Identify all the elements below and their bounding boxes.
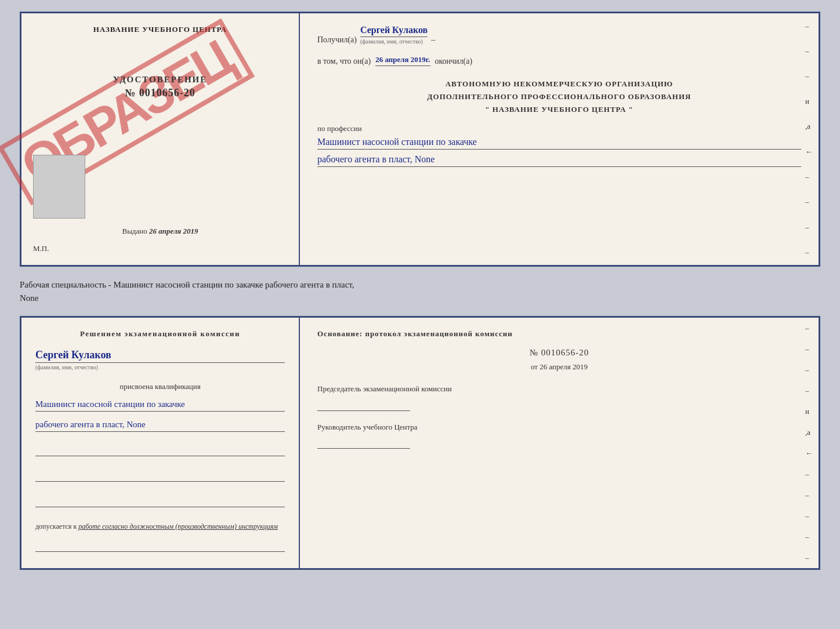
udost-label: УДОСТОВЕРЕНИЕ: [113, 75, 208, 85]
qual-line1: Машинист насосной станции по закачке: [35, 399, 285, 412]
resheniem-text: Решением экзаменационной комиссии: [35, 329, 285, 339]
udost-number: № 0010656-20: [113, 87, 208, 99]
blank-line4: [35, 540, 285, 552]
org-block: АВТОНОМНУЮ НЕКОММЕРЧЕСКУЮ ОРГАНИЗАЦИЮ ДО…: [317, 78, 801, 116]
prof-line2: рабочего агента в пласт, None: [317, 154, 801, 167]
school-name-top: НАЗВАНИЕ УЧЕБНОГО ЦЕНТРА: [93, 25, 227, 34]
top-right-panel: Получил(а) Сергей Кулаков (фамилия, имя,…: [300, 13, 819, 265]
org-line1: АВТОНОМНУЮ НЕКОММЕРЧЕСКУЮ ОРГАНИЗАЦИЮ: [317, 78, 801, 90]
po-professii: по профессии: [317, 124, 801, 133]
rukovoditel-signature: [317, 437, 410, 449]
document-container: НАЗВАНИЕ УЧЕБНОГО ЦЕНТРА ОБРАЗЕЦ УДОСТОВ…: [20, 12, 820, 570]
protokol-date: от 26 апреля 2019: [317, 362, 801, 372]
familiya-hint-bottom: (фамилия, имя, отчество): [35, 364, 285, 370]
bottom-left-panel: Решением экзаменационной комиссии Сергей…: [21, 318, 300, 568]
protokol-date-value: 26 апреля 2019: [540, 362, 588, 371]
osnovanie-title: Основание: протокол экзаменационной коми…: [317, 329, 801, 339]
bottom-right-panel: Основание: протокол экзаменационной коми…: [300, 318, 819, 568]
bottom-name-line: Сергей Кулаков (фамилия, имя, отчество): [35, 349, 285, 370]
org-line3: " НАЗВАНИЕ УЧЕБНОГО ЦЕНТРА ": [317, 103, 801, 116]
dopuskaetsya-label: допускается к: [35, 522, 77, 530]
dash-poluchil: –: [431, 35, 435, 45]
protokol-number: № 0010656-20: [317, 348, 801, 358]
vydano-line: Выдано 26 апреля 2019: [21, 227, 299, 236]
poluchil-label: Получил(а): [317, 35, 357, 45]
vydano-date: 26 апреля 2019: [149, 227, 198, 235]
bottom-document: Решением экзаменационной комиссии Сергей…: [20, 316, 820, 570]
okoncil-label: окончил(а): [435, 57, 473, 66]
rukovoditel-label: Руководитель учебного Центра: [317, 421, 801, 433]
top-document: НАЗВАНИЕ УЧЕБНОГО ЦЕНТРА ОБРАЗЕЦ УДОСТОВ…: [20, 12, 820, 267]
blank-line3: [35, 496, 285, 507]
org-line2: ДОПОЛНИТЕЛЬНОГО ПРОФЕССИОНАЛЬНОГО ОБРАЗО…: [317, 90, 801, 103]
poluchil-name: Сергей Кулаков: [360, 25, 428, 37]
blank-line1: [35, 445, 285, 456]
familiya-hint-top: (фамилия, имя, отчество): [360, 38, 428, 45]
predsedatel-signature: [317, 399, 410, 411]
description-line2: None: [20, 293, 39, 303]
qual-line2: рабочего агента в пласт, None: [35, 420, 285, 432]
predsedatel-block: Председатель экзаменационной комиссии: [317, 383, 801, 411]
top-left-panel: НАЗВАНИЕ УЧЕБНОГО ЦЕНТРА ОБРАЗЕЦ УДОСТОВ…: [21, 13, 300, 265]
description-line1: Рабочая специальность - Машинист насосно…: [20, 280, 354, 289]
mp-label: М.П.: [33, 244, 49, 253]
protokol-date-prefix: от: [531, 362, 538, 371]
dopusk-italic: работе согласно должностным (производств…: [78, 522, 278, 530]
dopuskaetsya-block: допускается к работе согласно должностны…: [35, 522, 285, 531]
predsedatel-label: Председатель экзаменационной комиссии: [317, 383, 801, 395]
photo-placeholder: [33, 155, 85, 219]
rukovoditel-block: Руководитель учебного Центра: [317, 421, 801, 449]
vtom-line: в том, что он(а) 26 апреля 2019г. окончи…: [317, 55, 801, 66]
blank-line2: [35, 470, 285, 482]
prisvoena-text: присвоена квалификация: [35, 382, 285, 391]
bottom-name: Сергей Кулаков: [35, 349, 285, 363]
poluchil-line: Получил(а) Сергей Кулаков (фамилия, имя,…: [317, 25, 801, 45]
description-text: Рабочая специальность - Машинист насосно…: [20, 276, 820, 307]
right-dashes-bottom: – – – – и ,а ← – – – – –: [805, 318, 813, 568]
vtom-date: 26 апреля 2019г.: [375, 55, 430, 66]
vydano-label: Выдано: [122, 227, 147, 235]
prof-line1: Машинист насосной станции по закачке: [317, 137, 801, 150]
right-dashes-top: – – – и ,а ← – – – –: [805, 13, 813, 265]
udostoverenie-block: УДОСТОВЕРЕНИЕ № 0010656-20: [113, 75, 208, 99]
vtom-label: в том, что он(а): [317, 57, 371, 66]
